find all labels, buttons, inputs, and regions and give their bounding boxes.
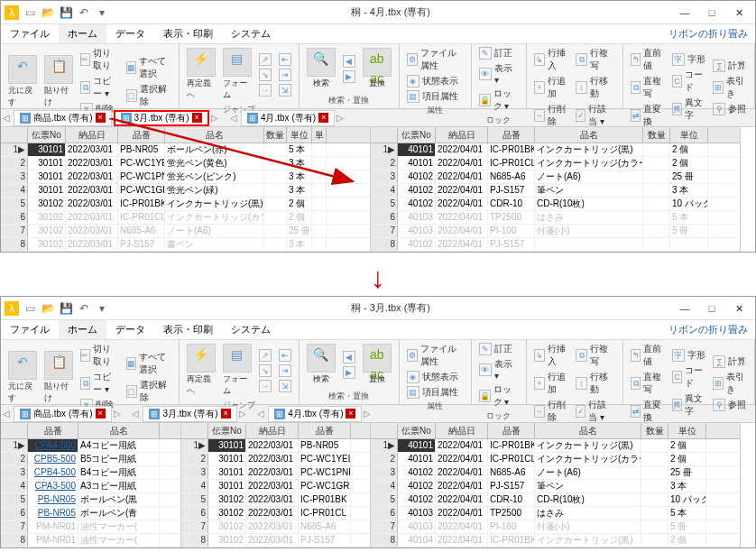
cell[interactable]: 2 個 xyxy=(670,157,708,170)
cell[interactable]: 2022/04/01 xyxy=(436,534,488,547)
undo-icon[interactable]: ↶ xyxy=(77,5,91,20)
scroll-left-icon[interactable]: ◁ xyxy=(228,113,239,123)
cell[interactable]: 2022/03/01 xyxy=(66,184,118,197)
cell[interactable]: 40102 xyxy=(398,184,436,197)
cell[interactable]: 2022/04/01 xyxy=(436,184,488,197)
cell[interactable] xyxy=(264,157,287,170)
cell[interactable]: 3 本 xyxy=(668,480,706,492)
cell[interactable]: PJ-S157 xyxy=(299,534,351,547)
row-copy-button[interactable]: ⧉行複写 xyxy=(574,46,617,73)
table-row[interactable]: 1▶CPA4-500A4コピー用紙 xyxy=(1,439,180,453)
cell[interactable]: A3コピー用紙 xyxy=(78,480,160,492)
table-row[interactable]: 3401022022/04/01N685-A6ノート(A6)25 冊 xyxy=(371,466,740,480)
cell[interactable] xyxy=(264,211,287,224)
cell[interactable]: 30101 xyxy=(28,170,66,183)
cell[interactable] xyxy=(312,143,327,156)
cell[interactable] xyxy=(641,466,668,479)
scroll-left-icon[interactable]: ◁ xyxy=(1,409,12,419)
prev-val-button[interactable]: ↰直前値 xyxy=(629,342,667,369)
maximize-button[interactable]: □ xyxy=(699,299,724,317)
table-row[interactable]: 1▶401012022/04/01IC-PR01BKインクカートリッジ(黒)2 … xyxy=(371,439,740,453)
close-tab-icon[interactable]: × xyxy=(346,409,355,419)
undo-button[interactable]: ↶元に戻す xyxy=(6,349,39,406)
glyph-shape-button[interactable]: 字字形 xyxy=(670,52,708,67)
select-clear-button[interactable]: ▢選択解除 xyxy=(124,378,173,405)
cell[interactable]: TP2500 xyxy=(488,507,535,520)
cell[interactable]: PJ-S157 xyxy=(488,184,535,197)
table-row[interactable]: 6401032022/04/01TP2500はさみ5 本 xyxy=(371,211,740,225)
menu-3[interactable]: 表示・印刷 xyxy=(154,24,222,43)
cell[interactable]: 2022/03/01 xyxy=(246,453,299,465)
table-row[interactable]: 2401012022/04/01IC-PR01CLインクカートリッジ(カラー2 … xyxy=(371,453,740,466)
cell[interactable]: IC-PR01CL xyxy=(118,211,165,224)
cell[interactable]: 40102 xyxy=(398,493,436,506)
cell[interactable] xyxy=(312,211,327,224)
cell[interactable]: N685-A6 xyxy=(118,225,165,237)
cell[interactable]: 5 本 xyxy=(668,507,706,520)
table-row[interactable]: 3401022022/04/01N685-A6ノート(A6)25 冊 xyxy=(371,170,740,184)
cell[interactable]: 2022/03/01 xyxy=(66,198,118,210)
cell[interactable]: 2022/04/01 xyxy=(436,520,488,533)
glyph-shape-button[interactable]: 字字形 xyxy=(670,348,708,363)
cell[interactable]: インクカートリッジ(カラ xyxy=(165,211,264,224)
replace-button[interactable]: abac置換 xyxy=(361,342,393,387)
minimize-button[interactable]: — xyxy=(672,4,697,22)
cell[interactable]: N685-A6 xyxy=(488,170,535,183)
table-row[interactable]: 7401032022/04/01PI-100付箋(小)5 冊 xyxy=(371,225,740,238)
cell[interactable]: はさみ xyxy=(535,211,643,224)
cell[interactable]: 3 本 xyxy=(670,184,708,197)
cell[interactable]: インクカートリッジ(カラー xyxy=(535,157,643,170)
cell[interactable]: PB-NR05 xyxy=(299,439,351,452)
menu-4[interactable]: システム xyxy=(222,24,280,43)
table-row[interactable]: 8401042022/04/01IC-PR01BKインクカートリッジ(黒)2 個 xyxy=(371,534,740,547)
cell[interactable]: 2022/04/01 xyxy=(436,198,488,210)
cell[interactable]: 2022/04/01 xyxy=(436,466,488,479)
cell[interactable]: 30101 xyxy=(28,184,66,197)
cell[interactable] xyxy=(312,238,327,251)
correct-button[interactable]: ✎訂正 xyxy=(477,46,521,60)
table-row[interactable]: 7PM-NR01油性マーカー( xyxy=(1,520,180,534)
prev-val-button[interactable]: ↰直前値 xyxy=(629,46,667,73)
paste-button[interactable]: 📋貼り付け xyxy=(42,349,75,406)
cell[interactable]: 5 本 xyxy=(670,211,708,224)
cell[interactable]: 30101 xyxy=(208,439,246,452)
close-tab-icon[interactable]: × xyxy=(96,113,106,123)
calc-button[interactable]: ∑計算 xyxy=(711,59,749,73)
col-header[interactable]: 納品日 xyxy=(436,127,488,143)
cell[interactable] xyxy=(264,198,287,210)
cell[interactable]: 2 個 xyxy=(287,211,312,224)
paste-button[interactable]: 📋貼り付け xyxy=(42,53,75,110)
col-header[interactable]: 納品日 xyxy=(436,423,488,438)
row-delete-button[interactable]: −行削除 xyxy=(532,398,570,425)
col-header[interactable]: 伝票No xyxy=(398,127,436,143)
table-row[interactable]: 8301022022/03/01PJ-S157 xyxy=(181,534,370,547)
cell[interactable]: 30102 xyxy=(28,225,66,237)
menu-1[interactable]: ホーム xyxy=(59,24,106,43)
cell[interactable]: TP2500 xyxy=(488,211,535,224)
cell[interactable]: 2022/03/01 xyxy=(66,238,118,251)
cell[interactable]: IC-PR01BK xyxy=(488,439,535,452)
cell[interactable]: 2022/03/01 xyxy=(66,157,118,170)
view-button[interactable]: 👁表示 ▾ xyxy=(477,61,521,86)
cell[interactable]: 5 冊 xyxy=(668,520,706,533)
table-row[interactable]: 1▶301012022/03/01PB-NR05 xyxy=(181,439,370,453)
cell[interactable] xyxy=(641,453,668,465)
search-button[interactable]: 🔍検索 xyxy=(305,46,337,91)
col-header[interactable]: 品名 xyxy=(535,127,643,143)
cell[interactable]: PC-WC1PNK xyxy=(118,170,165,183)
cell[interactable]: PJ-S157 xyxy=(488,238,535,251)
scroll-right-icon[interactable]: ▷ xyxy=(335,113,346,123)
cell[interactable]: インクカートリッジ(黒) xyxy=(535,143,643,156)
cell[interactable]: 40104 xyxy=(398,534,436,547)
col-header[interactable]: 品番 xyxy=(488,423,535,438)
row-move-button[interactable]: ↕行移動 xyxy=(574,370,617,397)
table-row[interactable]: 4401022022/04/01PJ-S157筆ペン3 本 xyxy=(371,480,740,493)
col-header[interactable]: 品番 xyxy=(28,423,78,438)
scroll-right-icon[interactable]: ▷ xyxy=(237,409,248,419)
cell[interactable]: 30102 xyxy=(28,211,66,224)
cell[interactable]: 3 本 xyxy=(287,170,312,183)
cell[interactable]: CD-R(10枚) xyxy=(535,198,643,210)
menu-4[interactable]: システム xyxy=(222,320,280,339)
alt-glyph-button[interactable]: 異異文字 xyxy=(670,96,708,123)
row-copy-button[interactable]: ⧉行複写 xyxy=(574,342,617,369)
